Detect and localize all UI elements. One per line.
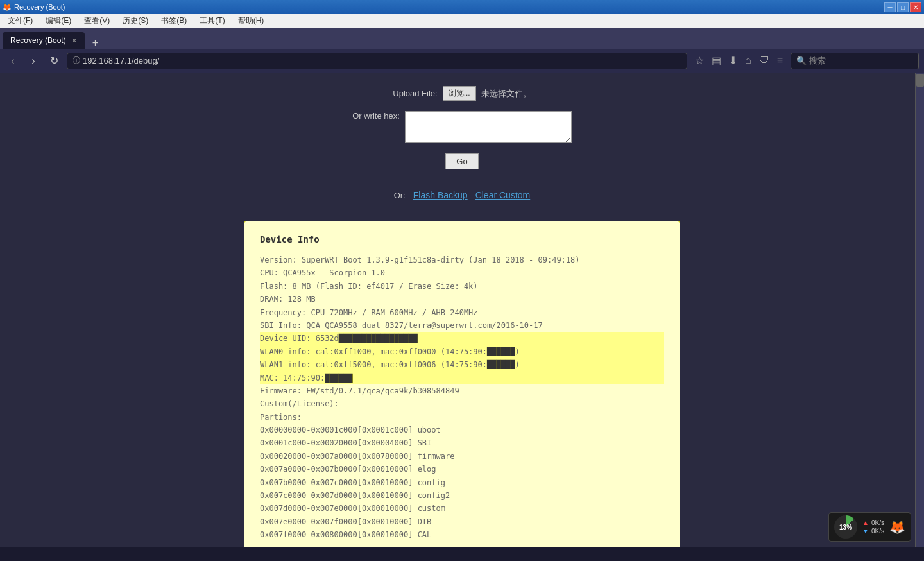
menu-help[interactable]: 帮助(H) — [234, 14, 268, 28]
device-info-line: Firmware: FW/std/0.7.1/qca/qca9k/b308584… — [260, 384, 664, 397]
search-placeholder: 搜索 — [809, 55, 826, 67]
menu-tools[interactable]: 工具(T) — [196, 14, 228, 28]
device-info-line: SBI Info: QCA QCA9558 dual 8327/terra@su… — [260, 319, 664, 332]
clear-custom-link[interactable]: Clear Custom — [475, 190, 531, 200]
device-info-line: Custom(/License): — [260, 397, 664, 410]
lock-icon: ⓘ — [73, 55, 80, 66]
device-info-line: 0x00020000-0x007a0000[0x00780000] firmwa… — [260, 450, 664, 463]
or-section: Or: Flash Backup Clear Custom — [394, 190, 530, 200]
device-info-title: Device Info — [260, 234, 664, 245]
device-info-line: 0x007b0000-0x007c0000[0x00010000] config — [260, 476, 664, 489]
device-info-line: WLAN0 info: cal:0xff1000, mac:0xff0000 (… — [260, 345, 664, 358]
menu-bar: 文件(F) 编辑(E) 查看(V) 历史(S) 书签(B) 工具(T) 帮助(H… — [0, 14, 924, 28]
address-input[interactable]: ⓘ 192.168.17.1/debug/ — [67, 53, 687, 69]
download-icon[interactable]: ⬇ — [726, 53, 740, 68]
device-info-line: 0x007c0000-0x007d0000[0x00010000] config… — [260, 489, 664, 502]
reader-mode-icon[interactable]: ▤ — [709, 53, 724, 68]
firefox-icon: 🦊 — [889, 519, 905, 535]
device-info-line: 0x007d0000-0x007e0000[0x00010000] custom — [260, 502, 664, 515]
device-info-box: Device Info Version: SuperWRT Boot 1.3.9… — [244, 221, 680, 547]
device-info-line: Flash: 8 MB (Flash ID: ef4017 / Erase Si… — [260, 280, 664, 293]
cpu-usage-circle: 13% — [834, 515, 857, 539]
device-info-line: 0x00000000-0x0001c000[0x0001c000] uboot — [260, 424, 664, 436]
hex-row: Or write hex: — [352, 111, 572, 143]
scrollbar-track[interactable] — [915, 73, 924, 547]
upload-speed-text: 0K/s — [871, 519, 884, 526]
tab-label: Recovery (Boot) — [10, 36, 66, 45]
device-info-line: MAC: 14:75:90:██████ — [260, 372, 664, 384]
search-icon: 🔍 — [796, 56, 807, 65]
back-button[interactable]: ‹ — [5, 53, 21, 69]
device-info-line: WLAN1 info: cal:0xff5000, mac:0xff0006 (… — [260, 358, 664, 371]
content-area: Upload File: 浏览... 未选择文件。 Or write hex: … — [0, 73, 924, 547]
menu-view[interactable]: 查看(V) — [80, 14, 114, 28]
url-text: 192.168.17.1/debug/ — [83, 56, 159, 65]
maximize-button[interactable]: □ — [897, 2, 909, 12]
flash-backup-link[interactable]: Flash Backup — [413, 190, 468, 200]
upload-file-row: Upload File: 浏览... 未选择文件。 — [393, 86, 531, 101]
device-info-line: 0x007f0000-0x00800000[0x00010000] CAL — [260, 528, 664, 541]
minimize-button[interactable]: ─ — [884, 2, 896, 12]
device-info-line: DRAM: 128 MB — [260, 293, 664, 306]
device-info-text: Version: SuperWRT Boot 1.3.9-g1f151c8a-d… — [260, 254, 664, 542]
upload-arrow-icon: ▲ — [862, 519, 869, 526]
device-info-line: Frequency: CPU 720MHz / RAM 600MHz / AHB… — [260, 306, 664, 319]
device-info-line: Device UID: 6532d█████████████████ — [260, 332, 664, 345]
toolbar-icons: ☆ ▤ ⬇ ⌂ 🛡 ≡ — [692, 53, 785, 68]
menu-history[interactable]: 历史(S) — [119, 14, 152, 28]
no-file-text: 未选择文件。 — [481, 88, 531, 99]
go-button[interactable]: Go — [445, 153, 478, 169]
tab-close-icon[interactable]: ✕ — [71, 37, 77, 45]
win-titlebar: 🦊 Recovery (Boot) ─ □ ✕ — [0, 0, 924, 14]
win-title-text: Recovery (Boot) — [14, 3, 65, 11]
refresh-button[interactable]: ↻ — [46, 53, 62, 69]
device-info-line: 0x007e0000-0x007f0000[0x00010000] DTB — [260, 515, 664, 528]
browser-icon: 🦊 — [3, 3, 12, 12]
win-controls: ─ □ ✕ — [884, 2, 921, 12]
home-icon[interactable]: ⌂ — [742, 53, 754, 68]
device-info-line: 0x007a0000-0x007b0000[0x00010000] elog — [260, 463, 664, 476]
device-info-line: 0x0001c000-0x00020000[0x00004000] SBI — [260, 436, 664, 449]
net-speeds: ▲ 0K/s ▼ 0K/s — [862, 519, 884, 535]
download-speed-row: ▼ 0K/s — [862, 528, 884, 535]
address-bar: ‹ › ↻ ⓘ 192.168.17.1/debug/ ☆ ▤ ⬇ ⌂ 🛡 ≡ … — [0, 49, 924, 73]
download-arrow-icon: ▼ — [862, 528, 869, 535]
device-info-line: CPU: QCA955x - Scorpion 1.0 — [260, 266, 664, 279]
or-label: Or: — [394, 191, 406, 200]
browse-button[interactable]: 浏览... — [443, 86, 476, 101]
hex-textarea[interactable] — [405, 111, 572, 143]
shield-icon[interactable]: 🛡 — [757, 53, 772, 68]
upload-speed-row: ▲ 0K/s — [862, 519, 884, 526]
new-tab-button[interactable]: + — [87, 37, 103, 49]
cpu-percent-text: 13% — [839, 524, 852, 531]
scrollbar-thumb[interactable] — [916, 74, 924, 87]
tab-recovery[interactable]: Recovery (Boot) ✕ — [3, 32, 85, 49]
menu-edit[interactable]: 编辑(E) — [42, 14, 75, 28]
device-info-line: Version: SuperWRT Boot 1.3.9-g1f151c8a-d… — [260, 254, 664, 266]
menu-file[interactable]: 文件(F) — [4, 14, 37, 28]
network-monitor: 13% ▲ 0K/s ▼ 0K/s 🦊 — [828, 512, 911, 542]
tab-bar: Recovery (Boot) ✕ + — [0, 28, 924, 49]
menu-bookmarks[interactable]: 书签(B) — [157, 14, 191, 28]
upload-file-label: Upload File: — [393, 89, 437, 98]
close-button[interactable]: ✕ — [910, 2, 921, 12]
upload-section: Upload File: 浏览... 未选择文件。 Or write hex: … — [237, 86, 687, 547]
download-speed-text: 0K/s — [871, 528, 884, 535]
bookmark-star-icon[interactable]: ☆ — [692, 53, 706, 68]
menu-hamburger-icon[interactable]: ≡ — [774, 53, 785, 68]
win-title-left: 🦊 Recovery (Boot) — [3, 3, 65, 12]
forward-button[interactable]: › — [26, 53, 41, 69]
or-write-hex-label: Or write hex: — [352, 111, 400, 121]
search-box[interactable]: 🔍 搜索 — [791, 53, 919, 69]
device-info-line: Partions: — [260, 411, 664, 424]
